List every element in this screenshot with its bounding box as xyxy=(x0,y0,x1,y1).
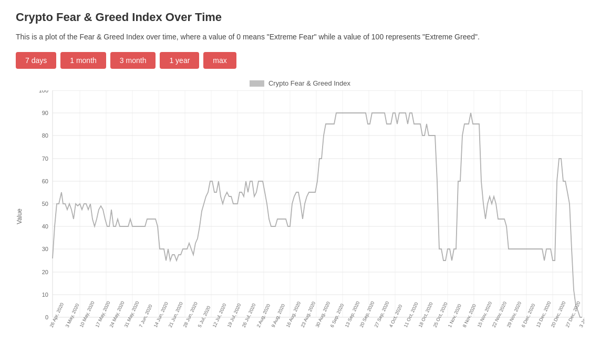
chart-inner: 0 10 20 30 40 50 60 xyxy=(27,90,584,342)
svg-text:20: 20 xyxy=(42,269,48,275)
svg-text:80: 80 xyxy=(42,132,48,139)
legend-swatch xyxy=(250,80,264,87)
chart-legend: Crypto Fear & Greed Index xyxy=(16,79,584,87)
svg-text:70: 70 xyxy=(42,155,48,162)
svg-text:40: 40 xyxy=(42,223,48,230)
svg-text:50: 50 xyxy=(42,201,48,207)
svg-text:0: 0 xyxy=(45,314,48,320)
btn-3month[interactable]: 3 month xyxy=(110,52,156,69)
btn-1month[interactable]: 1 month xyxy=(60,52,106,69)
svg-text:100: 100 xyxy=(39,90,48,93)
svg-text:60: 60 xyxy=(42,178,48,184)
page-description: This is a plot of the Fear & Greed Index… xyxy=(16,32,584,43)
svg-text:10: 10 xyxy=(42,292,48,298)
svg-text:30: 30 xyxy=(42,246,48,252)
chart-container: Crypto Fear & Greed Index Value 0 xyxy=(16,79,584,342)
btn-1year[interactable]: 1 year xyxy=(160,52,199,69)
btn-max[interactable]: max xyxy=(203,52,236,69)
legend-label: Crypto Fear & Greed Index xyxy=(268,79,350,87)
svg-text:90: 90 xyxy=(42,110,48,116)
filter-buttons-group: 7 days 1 month 3 month 1 year max xyxy=(16,52,584,69)
main-chart-svg: 0 10 20 30 40 50 60 xyxy=(27,90,584,342)
chart-wrap: Value 0 10 xyxy=(16,90,584,342)
btn-7days[interactable]: 7 days xyxy=(16,52,56,69)
page-title: Crypto Fear & Greed Index Over Time xyxy=(16,11,584,24)
y-axis-label: Value xyxy=(16,90,25,342)
